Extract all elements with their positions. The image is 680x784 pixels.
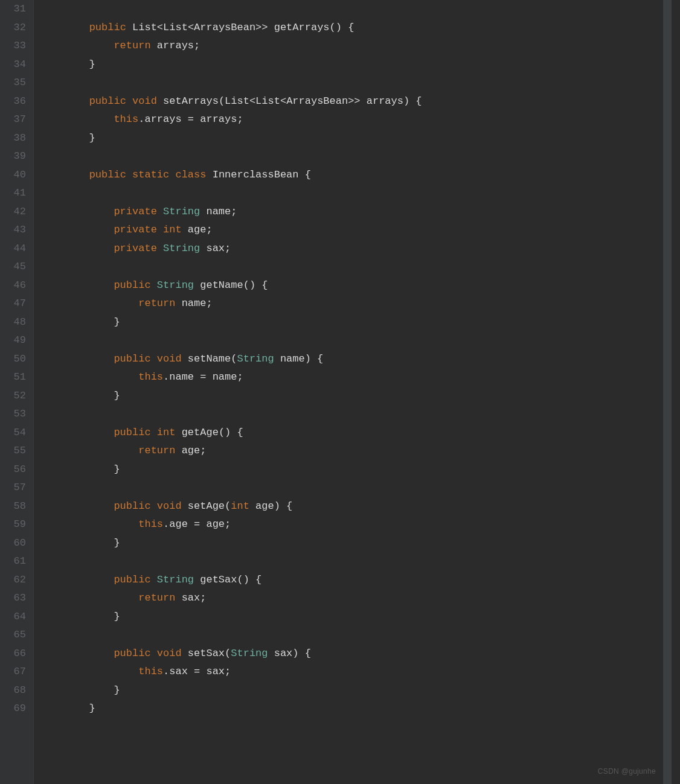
- line-number: 39: [0, 147, 26, 166]
- code-line[interactable]: this.name = name;: [40, 368, 680, 387]
- code-line[interactable]: }: [40, 129, 680, 148]
- line-number: 54: [0, 424, 26, 442]
- code-line[interactable]: return arrays;: [40, 37, 680, 56]
- code-line[interactable]: [40, 0, 680, 19]
- line-number-gutter: 3132333435363738394041424344454647484950…: [0, 0, 34, 784]
- line-number: 55: [0, 442, 26, 461]
- code-line[interactable]: public void setName(String name) {: [40, 350, 680, 369]
- code-line[interactable]: this.sax = sax;: [40, 663, 680, 681]
- line-number: 67: [0, 663, 26, 681]
- line-number: 49: [0, 331, 26, 350]
- line-number: 50: [0, 350, 26, 369]
- line-number: 68: [0, 681, 26, 700]
- line-number: 64: [0, 608, 26, 626]
- code-line[interactable]: [40, 147, 680, 166]
- code-line[interactable]: public void setAge(int age) {: [40, 497, 680, 516]
- code-line[interactable]: private String name;: [40, 203, 680, 221]
- code-line[interactable]: public int getAge() {: [40, 424, 680, 442]
- code-line[interactable]: public static class InnerclassBean {: [40, 166, 680, 185]
- code-line[interactable]: private int age;: [40, 221, 680, 240]
- watermark-text: CSDN @gujunhe: [598, 762, 656, 781]
- code-line[interactable]: return name;: [40, 295, 680, 313]
- line-number: 53: [0, 405, 26, 424]
- line-number: 62: [0, 571, 26, 590]
- line-number: 35: [0, 74, 26, 92]
- code-area[interactable]: public List<List<ArraysBean>> getArrays(…: [34, 0, 680, 784]
- code-line[interactable]: public List<List<ArraysBean>> getArrays(…: [40, 19, 680, 37]
- line-number: 66: [0, 645, 26, 663]
- code-editor[interactable]: 3132333435363738394041424344454647484950…: [0, 0, 680, 784]
- code-line[interactable]: return age;: [40, 442, 680, 461]
- line-number: 34: [0, 56, 26, 74]
- line-number: 48: [0, 313, 26, 332]
- code-line[interactable]: [40, 479, 680, 497]
- line-number: 47: [0, 295, 26, 313]
- line-number: 42: [0, 203, 26, 221]
- code-line[interactable]: }: [40, 313, 680, 332]
- line-number: 40: [0, 166, 26, 185]
- line-number: 45: [0, 258, 26, 276]
- line-number: 61: [0, 552, 26, 571]
- line-number: 31: [0, 0, 26, 19]
- code-line[interactable]: this.arrays = arrays;: [40, 110, 680, 129]
- line-number: 44: [0, 240, 26, 258]
- code-line[interactable]: [40, 258, 680, 276]
- line-number: 46: [0, 276, 26, 295]
- code-line[interactable]: [40, 184, 680, 203]
- line-number: 69: [0, 700, 26, 718]
- line-number: 37: [0, 110, 26, 129]
- code-line[interactable]: }: [40, 387, 680, 406]
- code-line[interactable]: [40, 552, 680, 571]
- code-line[interactable]: public String getSax() {: [40, 571, 680, 590]
- code-line[interactable]: [40, 626, 680, 645]
- scrollbar-track[interactable]: [663, 0, 672, 784]
- line-number: 60: [0, 534, 26, 553]
- code-line[interactable]: this.age = age;: [40, 515, 680, 534]
- code-line[interactable]: }: [40, 56, 680, 74]
- code-line[interactable]: }: [40, 700, 680, 718]
- line-number: 56: [0, 461, 26, 479]
- line-number: 59: [0, 515, 26, 534]
- line-number: 51: [0, 368, 26, 387]
- code-line[interactable]: public String getName() {: [40, 276, 680, 295]
- code-line[interactable]: public void setSax(String sax) {: [40, 645, 680, 663]
- code-line[interactable]: }: [40, 461, 680, 479]
- code-line[interactable]: private String sax;: [40, 240, 680, 258]
- line-number: 57: [0, 479, 26, 497]
- line-number: 32: [0, 19, 26, 37]
- code-line[interactable]: return sax;: [40, 589, 680, 608]
- line-number: 63: [0, 589, 26, 608]
- code-line[interactable]: }: [40, 608, 680, 626]
- line-number: 36: [0, 92, 26, 111]
- code-line[interactable]: }: [40, 534, 680, 553]
- code-line[interactable]: [40, 331, 680, 350]
- code-line[interactable]: }: [40, 681, 680, 700]
- line-number: 38: [0, 129, 26, 148]
- code-line[interactable]: [40, 74, 680, 92]
- line-number: 41: [0, 184, 26, 203]
- code-line[interactable]: [40, 405, 680, 424]
- line-number: 43: [0, 221, 26, 240]
- line-number: 58: [0, 497, 26, 516]
- line-number: 33: [0, 37, 26, 56]
- line-number: 52: [0, 387, 26, 406]
- code-line[interactable]: public void setArrays(List<List<ArraysBe…: [40, 92, 680, 111]
- line-number: 65: [0, 626, 26, 645]
